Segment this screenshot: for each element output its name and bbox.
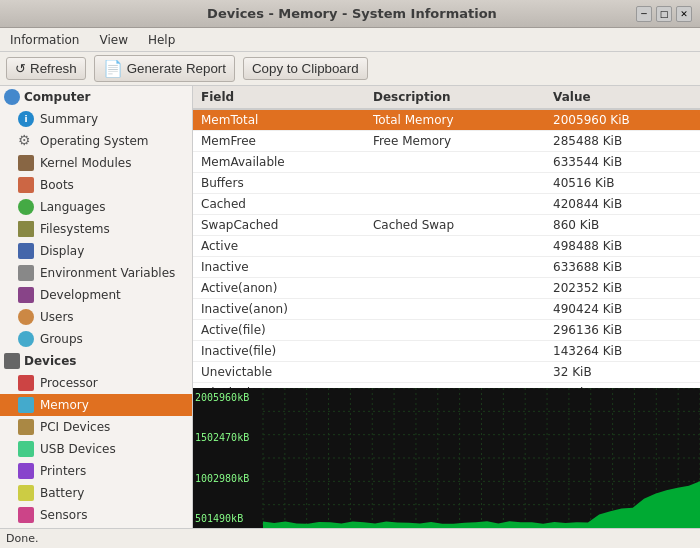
summary-icon: i: [18, 111, 34, 127]
copy-to-clipboard-button[interactable]: Copy to Clipboard: [243, 57, 368, 80]
cell-field: MemTotal: [193, 109, 365, 131]
table-row[interactable]: Inactive(file)143264 KiB: [193, 341, 700, 362]
sidebar-item-boots[interactable]: Boots: [0, 174, 192, 196]
kernel-icon: [18, 155, 34, 171]
close-button[interactable]: ✕: [676, 6, 692, 22]
cell-description: [365, 257, 545, 278]
sidebar-item-users[interactable]: Users: [0, 306, 192, 328]
sidebar-item-pci-devices[interactable]: PCI Devices: [0, 416, 192, 438]
cell-description: [365, 194, 545, 215]
cell-value: 490424 KiB: [545, 299, 700, 320]
cell-description: [365, 236, 545, 257]
pci-icon: [18, 419, 34, 435]
users-icon: [18, 309, 34, 325]
table-row[interactable]: Active(file)296136 KiB: [193, 320, 700, 341]
chart-label-2: 1002980kB: [195, 473, 261, 484]
sidebar-item-languages[interactable]: Languages: [0, 196, 192, 218]
cell-description: [365, 278, 545, 299]
sidebar-item-environment-variables[interactable]: Environment Variables: [0, 262, 192, 284]
status-text: Done.: [6, 532, 38, 545]
sidebar-item-battery[interactable]: Battery: [0, 482, 192, 504]
menu-information[interactable]: Information: [4, 31, 85, 49]
cell-description: [365, 341, 545, 362]
cell-value: 40516 KiB: [545, 173, 700, 194]
memory-icon: [18, 397, 34, 413]
refresh-button[interactable]: ↺ Refresh: [6, 57, 86, 80]
window-title: Devices - Memory - System Information: [68, 6, 636, 21]
cell-description: [365, 299, 545, 320]
cell-value: 633544 KiB: [545, 152, 700, 173]
table-row[interactable]: Active498488 KiB: [193, 236, 700, 257]
sidebar-group-devices[interactable]: Devices: [0, 350, 192, 372]
table-row[interactable]: MemFreeFree Memory285488 KiB: [193, 131, 700, 152]
env-icon: [18, 265, 34, 281]
minimize-button[interactable]: ─: [636, 6, 652, 22]
sensors-icon: [18, 507, 34, 523]
menu-view[interactable]: View: [93, 31, 133, 49]
dev-icon: [18, 287, 34, 303]
menubar: Information View Help: [0, 28, 700, 52]
cell-value: 860 KiB: [545, 215, 700, 236]
cell-field: MemFree: [193, 131, 365, 152]
window-controls[interactable]: ─ □ ✕: [636, 6, 692, 22]
table-row[interactable]: Inactive633688 KiB: [193, 257, 700, 278]
sidebar-item-display[interactable]: Display: [0, 240, 192, 262]
cell-value: 32 KiB: [545, 362, 700, 383]
table-row[interactable]: Cached420844 KiB: [193, 194, 700, 215]
sidebar-item-summary[interactable]: i Summary: [0, 108, 192, 130]
cell-field: Inactive(anon): [193, 299, 365, 320]
cell-field: Buffers: [193, 173, 365, 194]
usb-icon: [18, 441, 34, 457]
titlebar: Devices - Memory - System Information ─ …: [0, 0, 700, 28]
cell-field: Inactive: [193, 257, 365, 278]
cell-description: [365, 320, 545, 341]
chart-label-3: 501490kB: [195, 513, 261, 524]
sidebar-item-memory[interactable]: Memory: [0, 394, 192, 416]
lang-icon: [18, 199, 34, 215]
cell-field: Inactive(file): [193, 341, 365, 362]
cell-value: 143264 KiB: [545, 341, 700, 362]
table-row[interactable]: MemTotalTotal Memory2005960 KiB: [193, 109, 700, 131]
table-row[interactable]: Active(anon)202352 KiB: [193, 278, 700, 299]
col-description: Description: [365, 86, 545, 109]
devices-icon: [4, 353, 20, 369]
sidebar-item-printers[interactable]: Printers: [0, 460, 192, 482]
sidebar-item-processor[interactable]: Processor: [0, 372, 192, 394]
sidebar: Computer i Summary ⚙ Operating System Ke…: [0, 86, 193, 528]
sidebar-item-operating-system[interactable]: ⚙ Operating System: [0, 130, 192, 152]
cell-field: Active(anon): [193, 278, 365, 299]
sidebar-item-usb-devices[interactable]: USB Devices: [0, 438, 192, 460]
memory-chart: 2005960kB 1502470kB 1002980kB 501490kB: [193, 388, 700, 528]
table-row[interactable]: Unevictable32 KiB: [193, 362, 700, 383]
boots-icon: [18, 177, 34, 193]
groups-icon: [18, 331, 34, 347]
col-field: Field: [193, 86, 365, 109]
generate-report-button[interactable]: 📄 Generate Report: [94, 55, 235, 82]
sidebar-item-sensors[interactable]: Sensors: [0, 504, 192, 526]
cell-value: 2005960 KiB: [545, 109, 700, 131]
cell-description: Free Memory: [365, 131, 545, 152]
sidebar-item-groups[interactable]: Groups: [0, 328, 192, 350]
report-icon: 📄: [103, 59, 123, 78]
display-icon: [18, 243, 34, 259]
sidebar-item-filesystems[interactable]: Filesystems: [0, 218, 192, 240]
processor-icon: [18, 375, 34, 391]
table-row[interactable]: Buffers40516 KiB: [193, 173, 700, 194]
cell-description: [365, 152, 545, 173]
table-row[interactable]: SwapCachedCached Swap860 KiB: [193, 215, 700, 236]
cell-description: [365, 173, 545, 194]
sidebar-item-development[interactable]: Development: [0, 284, 192, 306]
sidebar-group-computer[interactable]: Computer: [0, 86, 192, 108]
cell-value: 420844 KiB: [545, 194, 700, 215]
fs-icon: [18, 221, 34, 237]
table-row[interactable]: MemAvailable633544 KiB: [193, 152, 700, 173]
toolbar: ↺ Refresh 📄 Generate Report Copy to Clip…: [0, 52, 700, 86]
table-row[interactable]: Inactive(anon)490424 KiB: [193, 299, 700, 320]
cell-field: Active(file): [193, 320, 365, 341]
menu-help[interactable]: Help: [142, 31, 181, 49]
sidebar-item-kernel-modules[interactable]: Kernel Modules: [0, 152, 192, 174]
cell-description: [365, 362, 545, 383]
table-container[interactable]: Field Description Value MemTotalTotal Me…: [193, 86, 700, 388]
maximize-button[interactable]: □: [656, 6, 672, 22]
cell-field: SwapCached: [193, 215, 365, 236]
